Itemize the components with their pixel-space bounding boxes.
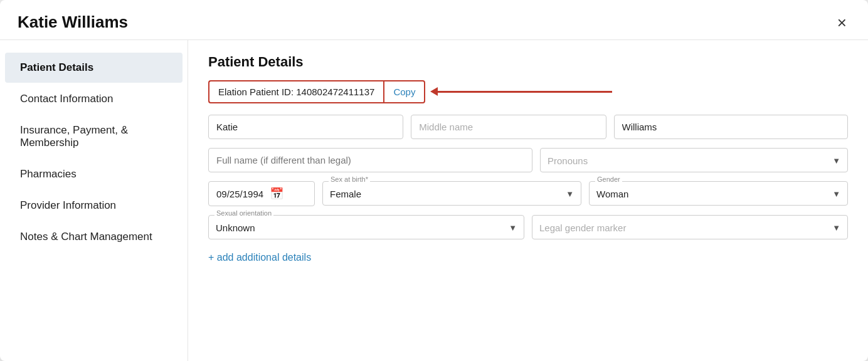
pronouns-wrapper: Pronouns ▼ [540, 148, 848, 172]
modal-body: Patient Details Contact Information Insu… [0, 40, 868, 361]
sidebar-item-patient-details[interactable]: Patient Details [5, 53, 183, 83]
gender-wrapper: Gender Woman ▼ [589, 181, 848, 206]
legal-gender-marker-wrapper: Legal gender marker ▼ [532, 215, 848, 239]
sexual-orientation-label: Sexual orientation [214, 209, 273, 217]
fullname-pronouns-row: Pronouns ▼ [208, 148, 848, 172]
arrow-line [437, 91, 612, 93]
first-name-input[interactable] [208, 115, 403, 139]
patient-modal: Katie Williams × Patient Details Contact… [0, 0, 868, 361]
last-name-input[interactable] [614, 115, 849, 139]
arrow-annotation [437, 91, 612, 93]
sidebar-item-pharmacies[interactable]: Pharmacies [5, 159, 183, 189]
sexual-orientation-select[interactable] [208, 215, 524, 239]
sex-at-birth-select[interactable] [322, 181, 581, 206]
middle-name-field [411, 115, 606, 139]
sidebar-item-insurance-payment[interactable]: Insurance, Payment, & Membership [5, 115, 183, 158]
sex-at-birth-wrapper: Sex at birth* Female ▼ [322, 181, 581, 206]
modal-title: Katie Williams [18, 13, 128, 32]
middle-name-input[interactable] [411, 115, 606, 139]
legal-gender-marker-select[interactable] [532, 215, 848, 239]
dob-sex-gender-row: 09/25/1994 📅 Sex at birth* Female ▼ Gend… [208, 181, 848, 206]
sidebar-item-provider-information[interactable]: Provider Information [5, 191, 183, 221]
gender-label: Gender [595, 175, 622, 183]
modal-header: Katie Williams × [0, 0, 868, 40]
sexual-orientation-wrapper: Sexual orientation Unknown ▼ [208, 215, 524, 239]
add-details-link[interactable]: + add additional details [208, 252, 311, 263]
last-name-field [614, 115, 849, 139]
dob-value: 09/25/1994 [216, 189, 263, 199]
gender-select[interactable] [589, 181, 848, 206]
section-title: Patient Details [208, 54, 848, 70]
sidebar: Patient Details Contact Information Insu… [0, 40, 188, 361]
sidebar-item-notes-chart-management[interactable]: Notes & Chart Management [5, 222, 183, 252]
sex-at-birth-label: Sex at birth* [329, 175, 370, 183]
calendar-icon[interactable]: 📅 [270, 187, 283, 201]
orientation-legal-gender-row: Sexual orientation Unknown ▼ Legal gende… [208, 215, 848, 239]
patient-id-row: Elation Patient ID: 140802472411137 Copy [208, 80, 848, 103]
close-button[interactable]: × [834, 13, 850, 32]
sidebar-item-contact-information[interactable]: Contact Information [5, 84, 183, 114]
name-row [208, 115, 848, 139]
first-name-field [208, 115, 403, 139]
dob-field[interactable]: 09/25/1994 📅 [208, 181, 315, 206]
full-name-input[interactable] [208, 148, 532, 172]
patient-id-box: Elation Patient ID: 140802472411137 [208, 80, 383, 103]
pronouns-select[interactable] [540, 148, 848, 172]
main-content: Patient Details Elation Patient ID: 1408… [188, 40, 868, 361]
copy-button[interactable]: Copy [383, 80, 425, 103]
